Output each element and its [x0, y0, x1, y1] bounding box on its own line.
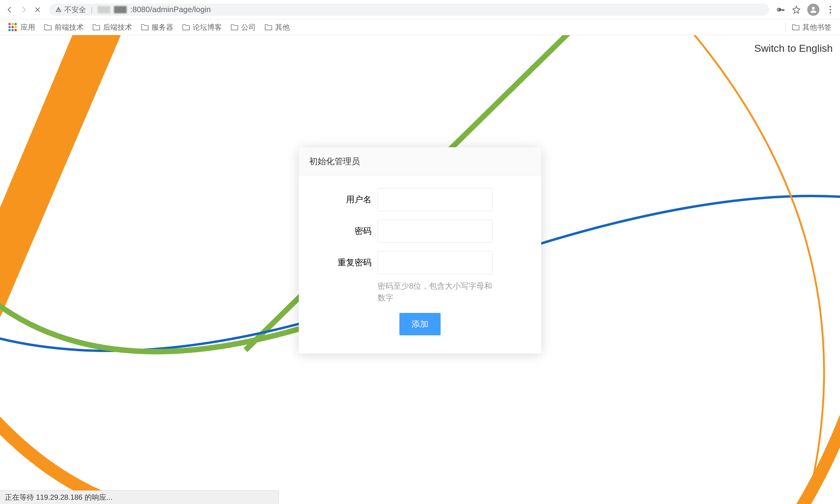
- bookmarks-bar: 应用 前端技术 后端技术 服务器 论坛博客 公司 其他 其他书签: [0, 19, 840, 35]
- folder-icon: [230, 24, 239, 31]
- bookmark-company[interactable]: 公司: [227, 21, 259, 34]
- apps-label: 应用: [21, 22, 35, 32]
- panel-header: 初始化管理员: [299, 147, 541, 176]
- url-text: :8080/adminPage/login: [130, 5, 211, 14]
- username-input[interactable]: [378, 188, 493, 211]
- bookmark-forum[interactable]: 论坛博客: [178, 21, 225, 34]
- nav-stop-button[interactable]: [33, 5, 42, 15]
- bookmark-label: 公司: [241, 22, 256, 32]
- bookmark-label: 其他: [275, 22, 290, 32]
- repeat-password-row: 重复密码: [317, 251, 523, 274]
- bookmark-label: 前端技术: [55, 22, 84, 32]
- folder-icon: [43, 24, 52, 31]
- bookmark-frontend[interactable]: 前端技术: [40, 21, 87, 34]
- svg-point-2: [830, 6, 831, 7]
- other-bookmarks-label: 其他书签: [802, 22, 832, 32]
- arrow-right-icon: [20, 6, 28, 14]
- repeat-password-input[interactable]: [378, 251, 493, 274]
- key-icon[interactable]: [776, 5, 785, 15]
- user-icon: [809, 5, 818, 14]
- submit-button[interactable]: 添加: [399, 313, 441, 335]
- nav-back-button[interactable]: [5, 5, 15, 15]
- insecure-badge: 不安全: [55, 5, 86, 15]
- bookmark-backend[interactable]: 后端技术: [88, 21, 136, 34]
- username-row: 用户名: [317, 188, 523, 211]
- insecure-text: 不安全: [64, 5, 86, 15]
- divider: |: [91, 6, 93, 14]
- username-label: 用户名: [317, 194, 371, 205]
- bookmark-label: 服务器: [152, 22, 173, 32]
- browser-toolbar: 不安全 | :8080/adminPage/login: [0, 0, 840, 19]
- password-input[interactable]: [378, 220, 493, 242]
- svg-point-4: [830, 12, 831, 13]
- kebab-icon: [829, 6, 831, 14]
- other-bookmarks-button[interactable]: 其他书签: [788, 21, 835, 34]
- folder-icon: [92, 24, 101, 31]
- panel-title: 初始化管理员: [309, 156, 531, 167]
- panel-body: 用户名 密码 重复密码 密码至少8位，包含大小写字母和数字 添加: [299, 176, 541, 354]
- apps-icon: [8, 23, 17, 32]
- folder-icon: [264, 24, 273, 31]
- page-content: Switch to English 初始化管理员 用户名 密码 重复密码 密码至…: [0, 35, 840, 504]
- apps-button[interactable]: 应用: [5, 21, 39, 34]
- profile-button[interactable]: [807, 4, 819, 16]
- repeat-password-label: 重复密码: [317, 257, 371, 268]
- folder-icon: [141, 24, 149, 31]
- folder-icon: [182, 24, 190, 31]
- menu-button[interactable]: [825, 5, 835, 15]
- bookmark-label: 论坛博客: [193, 22, 222, 32]
- password-label: 密码: [317, 226, 371, 237]
- language-switch-link[interactable]: Switch to English: [754, 42, 833, 54]
- submit-row: 添加: [317, 313, 523, 335]
- star-icon[interactable]: [791, 5, 801, 15]
- status-text: 正在等待 119.29.28.186 的响应...: [5, 493, 112, 501]
- blurred-host-2: [114, 6, 127, 13]
- address-bar[interactable]: 不安全 | :8080/adminPage/login: [49, 4, 769, 16]
- svg-point-3: [830, 9, 831, 10]
- admin-init-panel: 初始化管理员 用户名 密码 重复密码 密码至少8位，包含大小写字母和数字 添加: [299, 147, 541, 354]
- password-hint: 密码至少8位，包含大小写字母和数字: [378, 280, 493, 304]
- svg-point-1: [812, 7, 815, 10]
- bookmark-label: 后端技术: [103, 22, 132, 32]
- status-bar: 正在等待 119.29.28.186 的响应...: [0, 490, 279, 504]
- blurred-host-1: [98, 6, 110, 13]
- nav-forward-button[interactable]: [19, 5, 29, 15]
- bookmark-other[interactable]: 其他: [261, 21, 293, 34]
- folder-icon: [791, 24, 800, 31]
- toolbar-right: [776, 4, 835, 16]
- warning-icon: [55, 6, 62, 13]
- close-icon: [34, 6, 41, 13]
- password-row: 密码: [317, 220, 523, 242]
- bookmark-server[interactable]: 服务器: [137, 21, 177, 34]
- arrow-left-icon: [6, 6, 14, 14]
